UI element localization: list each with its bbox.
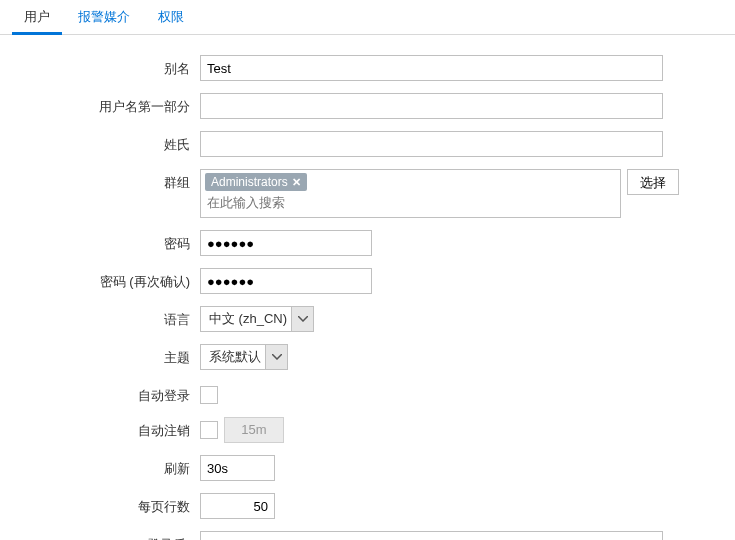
- label-language: 语言: [0, 306, 200, 329]
- label-auto-login: 自动登录: [0, 382, 200, 405]
- label-url: URL (登录后): [0, 531, 200, 540]
- label-refresh: 刷新: [0, 455, 200, 478]
- select-groups-button[interactable]: 选择: [627, 169, 679, 195]
- refresh-input[interactable]: [200, 455, 275, 481]
- label-password2: 密码 (再次确认): [0, 268, 200, 291]
- groups-multiselect[interactable]: Administrators ✕: [200, 169, 621, 218]
- group-tag-label: Administrators: [211, 175, 288, 189]
- auto-logout-checkbox[interactable]: [200, 421, 218, 439]
- tab-bar: 用户 报警媒介 权限: [0, 0, 735, 35]
- last-name-input[interactable]: [200, 131, 663, 157]
- label-alias: 别名: [0, 55, 200, 78]
- alias-input[interactable]: [200, 55, 663, 81]
- group-tag-administrators: Administrators ✕: [205, 173, 307, 191]
- label-auto-logout: 自动注销: [0, 417, 200, 440]
- tab-media[interactable]: 报警媒介: [64, 0, 144, 34]
- tab-permissions[interactable]: 权限: [144, 0, 198, 34]
- language-select[interactable]: 中文 (zh_CN): [200, 306, 314, 332]
- auto-logout-value: 15m: [224, 417, 284, 443]
- chevron-down-icon: [265, 345, 287, 369]
- rows-per-page-input[interactable]: [200, 493, 275, 519]
- password-confirm-input[interactable]: [200, 268, 372, 294]
- user-form: 别名 用户名第一部分 姓氏 群组 Administrators ✕ 选择: [0, 35, 735, 540]
- label-last-name: 姓氏: [0, 131, 200, 154]
- label-password: 密码: [0, 230, 200, 253]
- first-name-input[interactable]: [200, 93, 663, 119]
- label-groups: 群组: [0, 169, 200, 192]
- close-icon[interactable]: ✕: [292, 176, 301, 189]
- label-theme: 主题: [0, 344, 200, 367]
- theme-select[interactable]: 系统默认: [200, 344, 288, 370]
- chevron-down-icon: [291, 307, 313, 331]
- label-rows: 每页行数: [0, 493, 200, 516]
- tab-user[interactable]: 用户: [10, 0, 64, 34]
- password-input[interactable]: [200, 230, 372, 256]
- auto-login-checkbox[interactable]: [200, 386, 218, 404]
- url-input[interactable]: [200, 531, 663, 540]
- groups-search-input[interactable]: [205, 191, 616, 214]
- label-first-name: 用户名第一部分: [0, 93, 200, 116]
